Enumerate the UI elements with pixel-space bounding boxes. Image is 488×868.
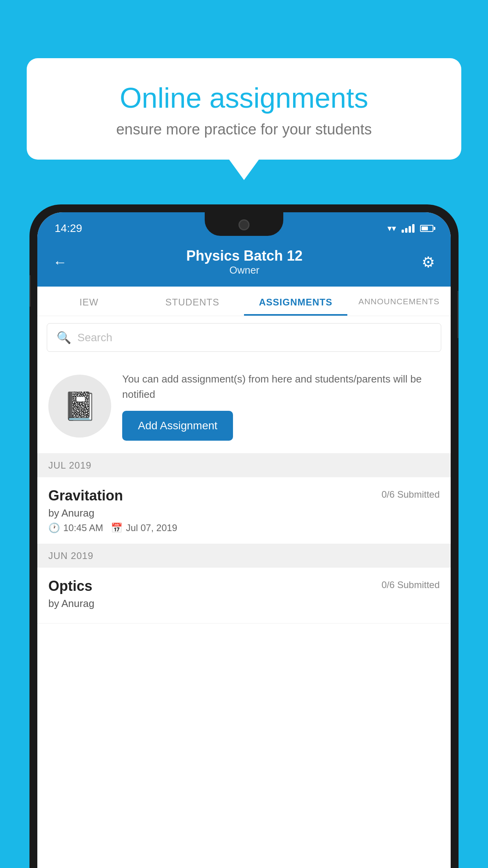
search-container: 🔍 Search — [37, 316, 451, 359]
meta-date: 📅 Jul 07, 2019 — [111, 522, 177, 533]
search-placeholder: Search — [77, 331, 112, 344]
assignment-date: Jul 07, 2019 — [126, 522, 177, 533]
assignment-gravitation-submitted: 0/6 Submitted — [382, 489, 440, 500]
speech-bubble-container: Online assignments ensure more practice … — [27, 58, 461, 160]
speech-bubble: Online assignments ensure more practice … — [27, 58, 461, 160]
notebook-icon: 📓 — [63, 390, 97, 422]
header-subtitle: Owner — [186, 264, 303, 276]
add-assignment-button[interactable]: Add Assignment — [122, 411, 233, 441]
assignment-gravitation-top: Gravitation 0/6 Submitted — [48, 487, 440, 504]
screen: 14:29 ▾▾ — [37, 212, 451, 868]
assignment-gravitation-name: Gravitation — [48, 487, 123, 504]
assignment-optics-submitted: 0/6 Submitted — [382, 579, 440, 590]
assignment-gravitation[interactable]: Gravitation 0/6 Submitted by Anurag 🕐 10… — [37, 477, 451, 544]
wifi-icon: ▾▾ — [387, 223, 396, 234]
assignment-optics-name: Optics — [48, 578, 92, 594]
notch — [205, 212, 283, 236]
meta-time: 🕐 10:45 AM — [48, 522, 103, 533]
assignment-gravitation-author: by Anurag — [48, 507, 440, 519]
info-section: 📓 You can add assignment(s) from here an… — [37, 359, 451, 454]
section-label-jul: JUL 2019 — [48, 460, 92, 471]
section-label-jun: JUN 2019 — [48, 550, 94, 561]
assignment-gravitation-meta: 🕐 10:45 AM 📅 Jul 07, 2019 — [48, 522, 440, 533]
info-right: You can add assignment(s) from here and … — [122, 371, 440, 441]
status-icons: ▾▾ — [387, 223, 433, 234]
clock-icon: 🕐 — [48, 522, 60, 533]
section-jul-2019: JUL 2019 — [37, 454, 451, 477]
tab-students[interactable]: STUDENTS — [141, 287, 244, 316]
bubble-title: Online assignments — [54, 82, 434, 114]
info-description: You can add assignment(s) from here and … — [122, 371, 440, 402]
app-header: ← Physics Batch 12 Owner ⚙ — [37, 239, 451, 287]
tab-announcements[interactable]: ANNOUNCEMENTS — [347, 287, 451, 316]
section-jun-2019: JUN 2019 — [37, 544, 451, 568]
camera — [238, 219, 250, 230]
bubble-subtitle: ensure more practice for your students — [54, 121, 434, 138]
calendar-icon: 📅 — [111, 522, 123, 533]
search-bar[interactable]: 🔍 Search — [47, 323, 441, 352]
assignment-optics-author: by Anurag — [48, 598, 440, 610]
assignment-optics[interactable]: Optics 0/6 Submitted by Anurag — [37, 568, 451, 623]
status-time: 14:29 — [55, 222, 82, 235]
tabs-bar: IEW STUDENTS ASSIGNMENTS ANNOUNCEMENTS — [37, 287, 451, 316]
side-button-left — [29, 275, 31, 307]
header-center: Physics Batch 12 Owner — [186, 248, 303, 276]
search-icon: 🔍 — [57, 331, 71, 344]
battery-icon — [420, 225, 433, 232]
phone-inner: 14:29 ▾▾ — [33, 208, 455, 868]
assignment-optics-top: Optics 0/6 Submitted — [48, 578, 440, 594]
tab-iew[interactable]: IEW — [37, 287, 141, 316]
header-title: Physics Batch 12 — [186, 248, 303, 264]
phone-frame: 14:29 ▾▾ — [29, 204, 459, 868]
settings-icon[interactable]: ⚙ — [422, 254, 435, 271]
tab-assignments[interactable]: ASSIGNMENTS — [244, 287, 347, 316]
side-button-right — [457, 291, 459, 338]
assignment-icon-circle: 📓 — [48, 375, 111, 438]
back-button[interactable]: ← — [53, 254, 67, 270]
signal-icon — [402, 224, 415, 233]
assignment-time: 10:45 AM — [63, 522, 103, 533]
